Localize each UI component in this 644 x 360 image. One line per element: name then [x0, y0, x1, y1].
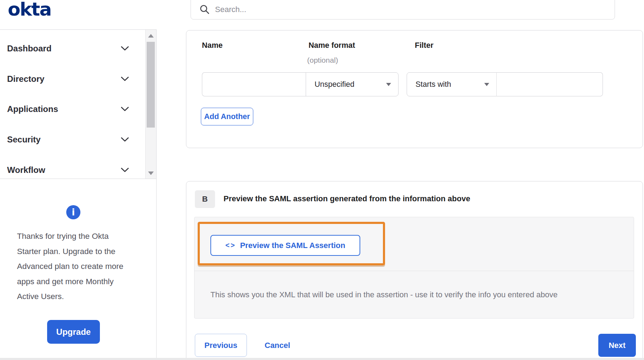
preview-section-title: Preview the SAML assertion generated fro… — [224, 194, 470, 203]
preview-saml-assertion-button[interactable]: <> Preview the SAML Assertion — [210, 235, 360, 256]
dropdown-caret-icon — [386, 83, 391, 86]
dropdown-caret-icon — [484, 83, 489, 86]
preview-hint-text: This shows you the XML that will be used… — [210, 290, 558, 299]
chevron-down-icon — [121, 77, 129, 81]
upsell-message: Thanks for trying the Okta Starter plan.… — [17, 229, 125, 304]
sidebar-item-label: Workflow — [7, 165, 45, 175]
name-format-column-label: Name format — [309, 41, 355, 50]
cancel-link[interactable]: Cancel — [265, 334, 290, 357]
search-input[interactable] — [215, 5, 608, 14]
sidebar-item-workflow[interactable]: Workflow — [0, 155, 145, 179]
okta-logo[interactable]: okta — [8, 0, 51, 20]
sidebar-scrollbar[interactable] — [145, 30, 156, 179]
preview-button-label: Preview the SAML Assertion — [240, 241, 345, 250]
sidebar-item-applications[interactable]: Applications — [0, 94, 145, 125]
chevron-down-icon — [121, 107, 129, 112]
sidebar-item-label: Directory — [7, 74, 44, 84]
sidebar: Dashboard Directory Applications Securit… — [0, 29, 156, 179]
name-column-label: Name — [202, 41, 223, 50]
global-search[interactable] — [191, 0, 615, 19]
preview-assertion-panel: <> Preview the SAML Assertion This shows… — [194, 217, 634, 319]
okta-admin-screen: okta Dashboard Directory Applications Se… — [0, 0, 644, 360]
sidebar-item-directory[interactable]: Directory — [0, 64, 145, 94]
scroll-down-icon[interactable] — [148, 171, 154, 175]
scrollbar-thumb[interactable] — [147, 42, 155, 128]
horizontal-scrollbar-track[interactable] — [0, 358, 644, 360]
attribute-statements-card: Name Name format (optional) Filter Unspe… — [186, 30, 643, 148]
filter-column-label: Filter — [415, 41, 434, 50]
scroll-up-icon[interactable] — [148, 34, 154, 38]
preview-saml-card: B Preview the SAML assertion generated f… — [186, 181, 643, 360]
code-icon: <> — [225, 241, 236, 249]
sidebar-nav: Dashboard Directory Applications Securit… — [0, 30, 145, 179]
chevron-down-icon — [121, 168, 129, 173]
sidebar-item-security[interactable]: Security — [0, 124, 145, 155]
chevron-down-icon — [121, 137, 129, 142]
sidebar-item-label: Dashboard — [7, 44, 51, 54]
info-icon: i — [66, 205, 80, 219]
sidebar-divider — [156, 29, 157, 360]
attribute-name-input[interactable] — [202, 72, 306, 96]
previous-button[interactable]: Previous — [195, 334, 247, 357]
step-b-badge: B — [195, 190, 215, 208]
upgrade-button[interactable]: Upgrade — [47, 320, 100, 344]
next-button[interactable]: Next — [598, 334, 636, 357]
search-icon — [199, 4, 210, 15]
sidebar-item-label: Applications — [7, 104, 58, 114]
name-format-select[interactable]: Unspecified — [306, 72, 399, 96]
filter-operator-selected-value: Starts with — [416, 80, 451, 89]
filter-value-input[interactable] — [496, 72, 603, 96]
sidebar-item-label: Security — [7, 135, 41, 145]
name-format-optional-label: (optional) — [307, 56, 338, 64]
name-format-selected-value: Unspecified — [315, 80, 354, 89]
filter-operator-select[interactable]: Starts with — [407, 72, 497, 96]
add-another-button[interactable]: Add Another — [201, 108, 253, 125]
chevron-down-icon — [121, 46, 129, 51]
sidebar-item-dashboard[interactable]: Dashboard — [0, 33, 145, 64]
